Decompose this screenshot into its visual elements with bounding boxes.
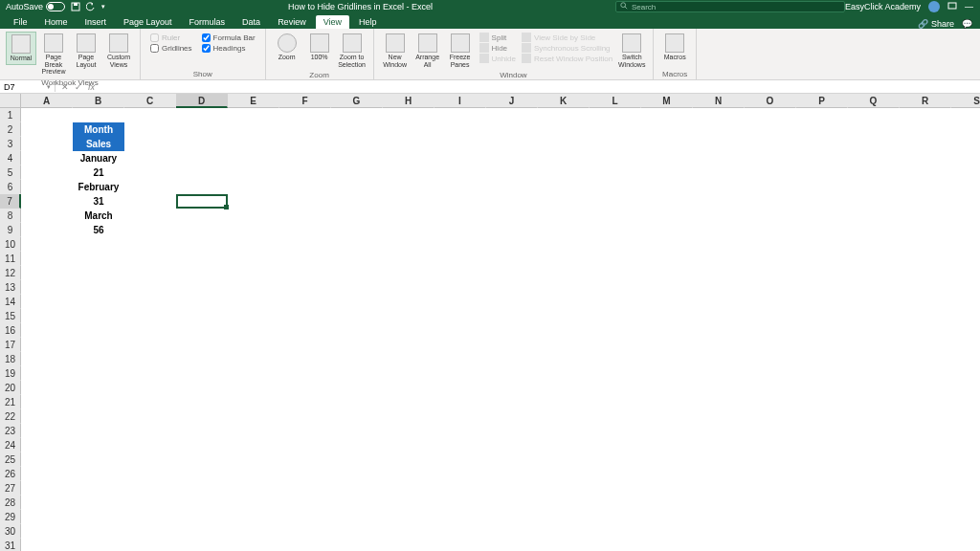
row-header[interactable]: 22 [0,409,21,424]
tab-insert[interactable]: Insert [78,15,115,29]
row-header[interactable]: 30 [0,524,21,539]
row-header[interactable]: 2 [0,122,21,137]
tab-file[interactable]: File [6,15,35,29]
column-header[interactable]: I [434,94,486,108]
row-header[interactable]: 3 [0,137,21,151]
new-window-button[interactable]: New Window [380,32,411,70]
comments-icon[interactable]: 💬 [962,19,972,29]
normal-view-button[interactable]: Normal [6,32,36,65]
row-header[interactable]: 8 [0,209,21,223]
column-header[interactable]: J [486,94,538,108]
table-cell[interactable]: 21 [73,165,124,180]
hide-button[interactable]: Hide [479,43,516,53]
table-header-cell[interactable]: Sales [73,137,124,151]
column-header[interactable]: D [176,94,228,108]
tab-formulas[interactable]: Formulas [182,15,234,29]
table-cell[interactable]: 56 [73,223,124,237]
search-input[interactable]: Search [615,1,845,12]
row-header[interactable]: 13 [0,280,21,295]
headings-checkbox[interactable]: Headings [202,44,256,53]
column-header[interactable]: B [73,94,124,108]
tab-data[interactable]: Data [234,15,268,29]
column-header[interactable]: A [21,94,73,108]
arrange-all-button[interactable]: Arrange All [412,32,443,70]
page-layout-button[interactable]: Page Layout [71,32,101,70]
row-header[interactable]: 16 [0,323,21,338]
row-header[interactable]: 23 [0,424,21,438]
ribbon-display-icon[interactable] [947,1,957,12]
selected-cell[interactable] [176,194,228,209]
row-header[interactable]: 28 [0,496,21,510]
tab-home[interactable]: Home [37,15,76,29]
row-header[interactable]: 5 [0,165,21,180]
tab-view[interactable]: View [316,15,349,29]
split-button[interactable]: Split [479,33,516,42]
select-all-corner[interactable] [0,94,21,108]
row-header[interactable]: 21 [0,395,21,409]
search-icon [620,2,628,11]
column-header[interactable]: E [228,94,279,108]
row-header[interactable]: 31 [0,539,21,551]
row-header[interactable]: 26 [0,467,21,481]
row-header[interactable]: 10 [0,237,21,252]
row-header[interactable]: 15 [0,309,21,323]
formula-bar-checkbox[interactable]: Formula Bar [202,33,256,42]
table-header-cell[interactable]: Month [73,122,124,137]
tab-page-layout[interactable]: Page Layout [116,15,180,29]
minimize-icon[interactable]: — [965,2,972,11]
zoom-button[interactable]: Zoom [272,32,302,63]
row-header[interactable]: 14 [0,295,21,309]
freeze-panes-button[interactable]: Freeze Panes [445,32,476,70]
macros-button[interactable]: Macros [659,32,690,63]
row-header[interactable]: 11 [0,252,21,266]
column-header[interactable]: L [590,94,641,108]
zoom-selection-button[interactable]: Zoom to Selection [337,32,368,70]
row-header[interactable]: 7 [0,194,21,209]
page-break-button[interactable]: Page Break Preview [38,32,69,77]
column-header[interactable]: F [279,94,331,108]
zoom-100-button[interactable]: 100% [304,32,335,63]
row-header[interactable]: 4 [0,151,21,165]
row-header[interactable]: 12 [0,266,21,280]
column-header[interactable]: H [383,94,434,108]
column-header[interactable]: O [745,94,796,108]
row-header[interactable]: 25 [0,452,21,467]
autosave-toggle[interactable]: AutoSave [6,2,65,11]
row-header[interactable]: 29 [0,510,21,524]
tab-review[interactable]: Review [270,15,314,29]
row-header[interactable]: 9 [0,223,21,237]
column-header[interactable]: P [796,94,848,108]
tab-help[interactable]: Help [351,15,385,29]
table-cell[interactable]: March [73,209,124,223]
share-button[interactable]: 🔗 Share [918,19,954,29]
save-icon[interactable] [71,2,80,11]
row-header[interactable]: 6 [0,180,21,194]
column-header[interactable]: G [331,94,383,108]
column-header[interactable]: K [538,94,590,108]
column-header[interactable]: M [641,94,693,108]
column-header[interactable]: Q [848,94,900,108]
custom-views-button[interactable]: Custom Views [103,32,134,70]
row-header[interactable]: 20 [0,381,21,395]
avatar[interactable] [928,1,940,12]
row-header[interactable]: 19 [0,366,21,381]
spreadsheet-grid[interactable]: ABCDEFGHIJKLMNOPQRS 12345678910111213141… [0,94,980,551]
row-header[interactable]: 27 [0,481,21,496]
column-header[interactable]: S [951,94,980,108]
account-name[interactable]: EasyClick Academy [845,2,921,11]
table-cell[interactable]: 31 [73,194,124,209]
undo-icon[interactable] [86,2,96,11]
table-cell[interactable]: January [73,151,124,165]
fx-icon[interactable]: fx [88,82,95,92]
row-header[interactable]: 18 [0,352,21,366]
row-header[interactable]: 24 [0,438,21,452]
row-header[interactable]: 17 [0,338,21,352]
switch-windows-button[interactable]: Switch Windows [616,32,647,70]
column-header[interactable]: C [124,94,176,108]
column-header[interactable]: R [900,94,951,108]
table-cell[interactable]: February [73,180,124,194]
row-header[interactable]: 1 [0,108,21,122]
gridlines-checkbox[interactable]: Gridlines [150,44,192,53]
name-box[interactable]: D7 ▾ [0,82,56,92]
column-header[interactable]: N [693,94,745,108]
